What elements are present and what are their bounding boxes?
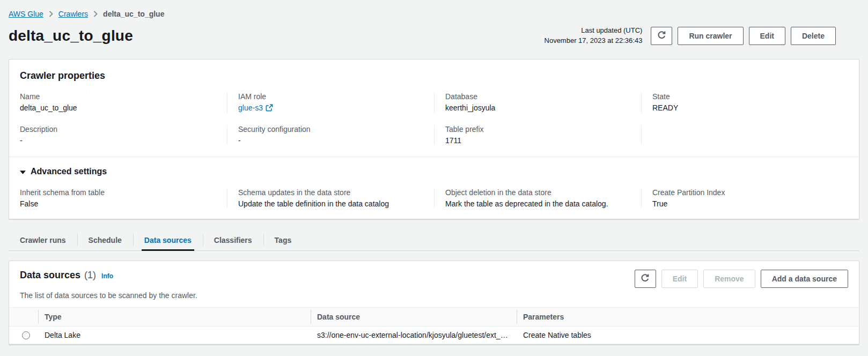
- field-label: Description: [20, 125, 216, 134]
- field-empty: [641, 125, 848, 145]
- breadcrumb: AWS Glue Crawlers delta_uc_to_glue: [9, 10, 859, 18]
- divider: [9, 157, 859, 157]
- field-value: delta_uc_to_glue: [20, 103, 216, 112]
- tab-schedule[interactable]: Schedule: [77, 231, 133, 250]
- breadcrumb-current: delta_uc_to_glue: [103, 10, 164, 18]
- field-value: -: [20, 136, 216, 145]
- field-value: 1711: [445, 136, 630, 145]
- refresh-icon: [657, 31, 666, 41]
- field-table-prefix: Table prefix 1711: [434, 125, 641, 145]
- cell-data-source: s3://one-env-uc-external-location/kjosyu…: [311, 326, 517, 344]
- field-value: False: [20, 199, 216, 208]
- field-state: State READY: [641, 92, 848, 113]
- data-sources-heading: Data sources (1) Info: [20, 270, 113, 281]
- field-database: Database keerthi_josyula: [434, 92, 641, 113]
- field-iam-role: IAM role glue-s3: [227, 92, 434, 113]
- field-create-partition-index: Create Partition Index True: [641, 188, 848, 208]
- field-label: Schema updates in the data store: [238, 188, 423, 197]
- page-title: delta_uc_to_glue: [9, 27, 133, 44]
- table-row[interactable]: Delta Lake s3://one-env-uc-external-loca…: [9, 326, 859, 344]
- page-header: delta_uc_to_glue Last updated (UTC) Nove…: [9, 26, 859, 46]
- crawler-properties-title: Crawler properties: [20, 70, 848, 81]
- data-sources-panel: Data sources (1) Info Edit Remove Add a …: [9, 261, 859, 345]
- data-sources-title: Data sources: [20, 270, 80, 281]
- info-link[interactable]: Info: [101, 272, 113, 280]
- run-crawler-button[interactable]: Run crawler: [678, 27, 743, 45]
- field-label: State: [652, 92, 837, 101]
- cell-parameters: Create Native tables: [517, 326, 859, 344]
- field-label: Table prefix: [445, 125, 630, 134]
- edit-data-source-button[interactable]: Edit: [661, 270, 698, 288]
- chevron-right-icon: [49, 11, 53, 17]
- remove-data-source-button[interactable]: Remove: [703, 270, 755, 288]
- field-label: IAM role: [238, 92, 423, 101]
- field-label: Database: [445, 92, 630, 101]
- column-header-type: Type: [38, 307, 311, 326]
- data-sources-description: The list of data sources to be scanned b…: [9, 290, 859, 307]
- field-label: Object deletion in the data store: [445, 188, 630, 197]
- page: AWS Glue Crawlers delta_uc_to_glue delta…: [0, 0, 868, 356]
- last-updated-value: November 17, 2023 at 22:36:43: [545, 36, 643, 46]
- breadcrumb-link-crawlers[interactable]: Crawlers: [58, 10, 88, 18]
- selection-column-header: [9, 307, 38, 326]
- external-link-icon: [266, 104, 273, 113]
- last-updated-label: Last updated (UTC): [545, 26, 643, 36]
- tab-bar: Crawler runs Schedule Data sources Class…: [9, 231, 859, 251]
- delete-button[interactable]: Delete: [791, 27, 836, 45]
- properties-grid: Name delta_uc_to_glue IAM role glue-s3 D…: [20, 92, 848, 145]
- field-value: keerthi_josyula: [445, 103, 630, 112]
- state-value: READY: [652, 103, 837, 112]
- advanced-settings-grid: Inherit schema from table False Schema u…: [20, 188, 848, 208]
- add-data-source-button[interactable]: Add a data source: [761, 270, 848, 288]
- field-inherit-schema: Inherit schema from table False: [20, 188, 227, 208]
- refresh-button[interactable]: [651, 27, 672, 45]
- field-value: Update the table definition in the data …: [238, 199, 423, 208]
- field-schema-updates: Schema updates in the data store Update …: [227, 188, 434, 208]
- advanced-settings-toggle[interactable]: Advanced settings: [20, 167, 107, 176]
- field-label: Name: [20, 92, 216, 101]
- field-value: Mark the table as deprecated in the data…: [445, 199, 630, 208]
- field-label: Create Partition Index: [652, 188, 837, 197]
- field-value: True: [652, 199, 837, 208]
- tab-data-sources[interactable]: Data sources: [133, 231, 203, 250]
- column-header-data-source: Data source: [311, 307, 517, 326]
- refresh-icon: [641, 273, 650, 284]
- iam-role-link[interactable]: glue-s3: [238, 103, 263, 112]
- field-name: Name delta_uc_to_glue: [20, 92, 227, 113]
- field-object-deletion: Object deletion in the data store Mark t…: [434, 188, 641, 208]
- column-header-parameters: Parameters: [517, 307, 859, 326]
- data-sources-count: (1): [84, 270, 96, 281]
- edit-button[interactable]: Edit: [749, 27, 785, 45]
- breadcrumb-link-aws-glue[interactable]: AWS Glue: [9, 10, 43, 18]
- field-value: -: [238, 136, 423, 145]
- tab-crawler-runs[interactable]: Crawler runs: [9, 231, 77, 250]
- field-security-configuration: Security configuration -: [227, 125, 434, 145]
- field-description: Description -: [20, 125, 227, 145]
- refresh-button[interactable]: [635, 270, 656, 288]
- field-label: Security configuration: [238, 125, 423, 134]
- data-sources-table: Type Data source Parameters Delta Lake s…: [9, 307, 859, 345]
- tab-tags[interactable]: Tags: [263, 231, 303, 250]
- table-header-row: Type Data source Parameters: [9, 307, 859, 326]
- cell-type: Delta Lake: [38, 326, 311, 344]
- caret-down-icon: [20, 167, 26, 176]
- row-radio-button[interactable]: [22, 331, 30, 339]
- field-label: Inherit schema from table: [20, 188, 216, 197]
- last-updated: Last updated (UTC) November 17, 2023 at …: [545, 26, 643, 46]
- tab-classifiers[interactable]: Classifiers: [203, 231, 263, 250]
- chevron-right-icon: [93, 11, 98, 17]
- advanced-settings-label: Advanced settings: [31, 167, 107, 176]
- crawler-properties-panel: Crawler properties Name delta_uc_to_glue…: [9, 59, 859, 219]
